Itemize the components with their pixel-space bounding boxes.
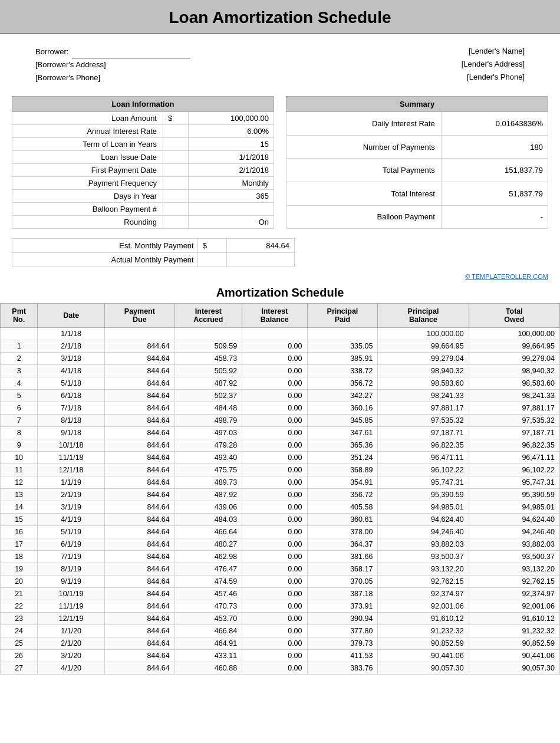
table-cell: 844.64 xyxy=(105,637,175,650)
table-cell: 1 xyxy=(1,340,38,353)
loan-info-row: First Payment Date 2/1/2018 xyxy=(12,164,274,177)
table-cell: 93,132.20 xyxy=(378,563,469,576)
table-cell: 378.00 xyxy=(307,526,378,538)
table-row: 34/1/18844.64505.920.00338.7298,940.3298… xyxy=(1,365,560,377)
table-cell: 0.00 xyxy=(242,390,307,402)
table-cell: 0.00 xyxy=(242,563,307,576)
table-cell: 474.59 xyxy=(174,576,242,588)
table-cell: 439.06 xyxy=(174,501,242,514)
table-cell: 356.72 xyxy=(307,377,378,390)
table-cell: 844.64 xyxy=(105,427,175,439)
footer-link[interactable]: © TEMPLATEROLLER.COM xyxy=(0,271,560,280)
table-cell: 844.64 xyxy=(105,501,175,514)
table-cell: 91,610.12 xyxy=(469,613,559,625)
table-cell: 368.89 xyxy=(307,464,378,476)
loan-info-row-label: Payment Frequency xyxy=(12,177,163,190)
table-cell: 25 xyxy=(1,637,38,650)
table-row: 274/1/20844.64460.880.00383.7690,057.309… xyxy=(1,662,560,675)
table-cell: 844.64 xyxy=(105,476,175,489)
table-cell: 502.37 xyxy=(174,390,242,402)
summary-row: Number of Payments 180 xyxy=(286,135,548,159)
loan-info-row-value: 2/1/2018 xyxy=(188,164,274,177)
table-cell: 98,940.32 xyxy=(378,365,469,377)
table-cell: 489.73 xyxy=(174,476,242,489)
table-cell: 335.05 xyxy=(307,340,378,353)
table-cell: 10 xyxy=(1,452,38,464)
table-cell: 23 xyxy=(1,613,38,625)
table-cell: 98,940.32 xyxy=(469,365,559,377)
table-cell: 844.64 xyxy=(105,390,175,402)
table-cell: 493.40 xyxy=(174,452,242,464)
amort-col-header: PrincipalPaid xyxy=(307,304,378,328)
loan-info-row-label: Loan Amount xyxy=(12,112,163,125)
table-cell: 498.79 xyxy=(174,415,242,427)
table-cell: 8 xyxy=(1,427,38,439)
table-cell: 368.17 xyxy=(307,563,378,576)
table-cell: 94,246.40 xyxy=(378,526,469,538)
loan-info-row: Rounding On xyxy=(12,216,274,229)
table-cell: 94,246.40 xyxy=(469,526,559,538)
table-cell: 475.75 xyxy=(174,464,242,476)
table-cell: 9/1/19 xyxy=(38,576,105,588)
table-cell: 26 xyxy=(1,650,38,662)
table-cell: 92,762.15 xyxy=(469,576,559,588)
amort-col-header: PmtNo. xyxy=(1,304,38,328)
table-cell: 0.00 xyxy=(242,353,307,365)
lender-block: [Lender's Name] [Lender's Address] [Lend… xyxy=(462,45,525,84)
table-cell: 94,985.01 xyxy=(469,501,559,514)
loan-info-table: Loan Information Loan Amount $ 100,000.0… xyxy=(12,96,274,229)
table-cell: 479.28 xyxy=(174,439,242,452)
table-cell: 0.00 xyxy=(242,662,307,675)
table-cell: 99,664.95 xyxy=(378,340,469,353)
payment-section: Est. Monthly Payment $ 844.64 Actual Mon… xyxy=(0,235,560,271)
table-cell: 17 xyxy=(1,538,38,551)
table-cell: 0.00 xyxy=(242,489,307,501)
loan-info-row-prefix xyxy=(163,138,188,151)
table-cell: 92,762.15 xyxy=(378,576,469,588)
table-cell: 844.64 xyxy=(105,538,175,551)
loan-info-row-value: 15 xyxy=(188,138,274,151)
table-cell: 13 xyxy=(1,489,38,501)
table-cell: 3/1/19 xyxy=(38,501,105,514)
table-cell: 0.00 xyxy=(242,637,307,650)
summary-row-label: Total Interest xyxy=(286,182,442,206)
table-cell: 466.64 xyxy=(174,526,242,538)
table-cell: 844.64 xyxy=(105,588,175,600)
table-cell: 90,441.06 xyxy=(469,650,559,662)
table-cell: 2/1/20 xyxy=(38,637,105,650)
table-cell: 18 xyxy=(1,551,38,563)
table-cell: 24 xyxy=(1,625,38,637)
table-cell: 94,985.01 xyxy=(378,501,469,514)
loan-info-row-value: 6.00% xyxy=(188,125,274,138)
table-row: 12/1/18844.64509.590.00335.0599,664.9599… xyxy=(1,340,560,353)
table-cell: 379.73 xyxy=(307,637,378,650)
table-cell: 91,232.32 xyxy=(378,625,469,637)
table-cell: 1/1/20 xyxy=(38,625,105,637)
table-cell: 0.00 xyxy=(242,514,307,526)
est-payment-prefix: $ xyxy=(197,239,226,253)
table-cell: 11 xyxy=(1,464,38,476)
table-cell: 844.64 xyxy=(105,576,175,588)
table-cell: 94,624.40 xyxy=(469,514,559,526)
table-row: 23/1/18844.64458.730.00385.9199,279.0499… xyxy=(1,353,560,365)
loan-info-row-prefix xyxy=(163,190,188,203)
table-cell: 4 xyxy=(1,377,38,390)
table-cell: 96,471.11 xyxy=(378,452,469,464)
table-cell: 0.00 xyxy=(242,588,307,600)
table-row: 1112/1/18844.64475.750.00368.8996,102.22… xyxy=(1,464,560,476)
table-cell: 458.73 xyxy=(174,353,242,365)
table-cell: 509.59 xyxy=(174,340,242,353)
table-cell: 487.92 xyxy=(174,489,242,501)
summary-row-value: 51,837.79 xyxy=(441,182,548,206)
loan-info-row-label: Loan Issue Date xyxy=(12,151,163,164)
table-cell: 16 xyxy=(1,526,38,538)
amort-col-header: Date xyxy=(38,304,105,328)
table-cell: 411.53 xyxy=(307,650,378,662)
table-cell: 92,374.97 xyxy=(378,588,469,600)
table-cell: 497.03 xyxy=(174,427,242,439)
table-cell: 5/1/18 xyxy=(38,377,105,390)
templateroller-link[interactable]: © TEMPLATEROLLER.COM xyxy=(465,273,548,280)
table-cell: 12 xyxy=(1,476,38,489)
table-cell: 98,241.33 xyxy=(378,390,469,402)
table-cell: 7/1/18 xyxy=(38,402,105,415)
